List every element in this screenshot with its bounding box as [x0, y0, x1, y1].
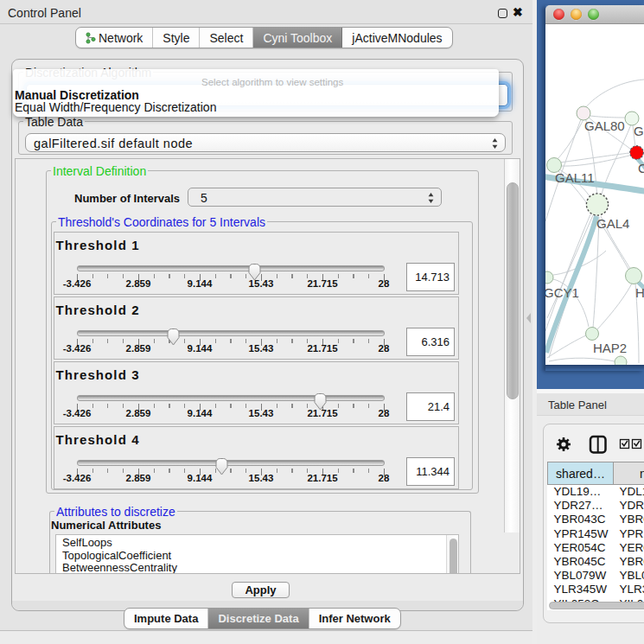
svg-text:HAP2: HAP2 [593, 341, 627, 355]
svg-text:H: H [635, 285, 644, 300]
svg-text:GAL11: GAL11 [555, 170, 595, 185]
svg-text:GAL80: GAL80 [584, 118, 625, 133]
svg-text:G: G [634, 124, 644, 138]
svg-text:GAL4: GAL4 [596, 216, 629, 231]
svg-text:C: C [638, 161, 644, 175]
svg-text:GCY1: GCY1 [545, 285, 579, 300]
